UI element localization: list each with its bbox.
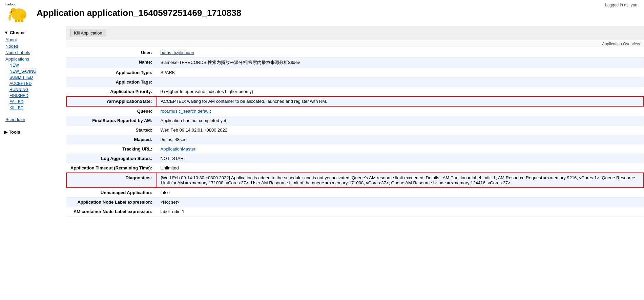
sidebar-item-accepted[interactable]: ACCEPTED [0, 80, 66, 87]
sidebar-item-new[interactable]: NEW [0, 62, 66, 68]
cluster-arrow-icon: ▼ [4, 30, 8, 35]
yarn-state-field-label: YarnApplicationState: [66, 96, 156, 106]
user-field-label: User: [66, 48, 156, 57]
queue-field-label: Queue: [66, 106, 156, 116]
table-row: FinalStatus Reported by AM:Application h… [66, 116, 644, 125]
svg-rect-5 [15, 20, 17, 22]
node-label-expr-field-value: <Not set> [156, 198, 644, 207]
table-row: Queue:root.music_search.default [66, 106, 644, 116]
app-timeout-field-value: Unlimited [156, 163, 644, 173]
overview-header: Application Overview [66, 40, 644, 48]
table-row: Name:Siamese-TFRECORDS|搜索内播放来源分析|搜索内播放来源… [66, 57, 644, 68]
cluster-label: Cluster [10, 30, 25, 35]
sidebar-item-nodes[interactable]: Nodes [0, 43, 66, 49]
svg-point-3 [11, 8, 16, 12]
table-row: Log Aggregation Status:NOT_START [66, 154, 644, 163]
sidebar-item-submitted[interactable]: SUBMITTED [0, 74, 66, 80]
elapsed-field-value: 9mins, 48sec [156, 135, 644, 144]
sidebar-item-about[interactable]: About [0, 37, 66, 43]
final-status-field-label: FinalStatus Reported by AM: [66, 116, 156, 125]
sidebar-item-finished[interactable]: FINISHED [0, 93, 66, 99]
table-row: AM container Node Label expression:label… [66, 207, 644, 216]
node-label-expr-field-label: Application Node Label expression: [66, 198, 156, 207]
table-row: Tracking URL:ApplicationMaster [66, 144, 644, 154]
app-priority-field-value: 0 (Higher Integer value indicates higher… [156, 87, 644, 97]
table-row: Application Type:SPARK [66, 68, 644, 77]
table-row: Diagnostics:[Wed Feb 09 14:10:30 +0800 2… [66, 173, 644, 188]
overview-header-label: Application Overview [602, 42, 640, 46]
diagnostics-field-label: Diagnostics: [66, 173, 156, 188]
sidebar-item-running[interactable]: RUNNING [0, 87, 66, 93]
page-title: Application application_1640597251469_17… [37, 8, 241, 18]
svg-rect-6 [18, 20, 20, 22]
log-agg-field-value: NOT_START [156, 154, 644, 163]
hadoop-logo-icon: hadoop [5, 3, 33, 23]
sidebar-item-applications[interactable]: Applications [0, 56, 66, 62]
svg-point-4 [20, 14, 26, 18]
table-row: Started:Wed Feb 09 14:02:01 +0800 2022 [66, 125, 644, 135]
log-agg-field-label: Log Aggregation Status: [66, 154, 156, 163]
elapsed-field-label: Elapsed: [66, 135, 156, 144]
kill-app-bar: Kill Application [66, 26, 644, 40]
user-field-value[interactable]: bdms_hzjilichuan [156, 48, 644, 57]
app-tags-field-label: Application Tags: [66, 77, 156, 87]
table-row: Elapsed:9mins, 48sec [66, 135, 644, 144]
started-field-value: Wed Feb 09 14:02:01 +0800 2022 [156, 125, 644, 135]
diagnostics-field-value: [Wed Feb 09 14:10:30 +0800 2022] Applica… [156, 173, 644, 188]
kill-application-button[interactable]: Kill Application [70, 29, 106, 37]
table-row: Application Tags: [66, 77, 644, 87]
table-row: Application Priority:0 (Higher Integer v… [66, 87, 644, 97]
tracking-url-field-value[interactable]: ApplicationMaster [156, 144, 644, 154]
main-content: Kill Application Application Overview Us… [66, 26, 644, 296]
name-field-label: Name: [66, 57, 156, 68]
tools-section-header[interactable]: ▶ Tools [0, 128, 66, 136]
final-status-field-value: Application has not completed yet. [156, 116, 644, 125]
table-row: Application Timeout (Remaining Time):Unl… [66, 163, 644, 173]
app-timeout-field-label: Application Timeout (Remaining Time): [66, 163, 156, 173]
layout: ▼ Cluster About Nodes Node Labels Applic… [0, 26, 644, 296]
table-row: YarnApplicationState:ACCEPTED: waiting f… [66, 96, 644, 106]
unmanaged-field-label: Unmanaged Application: [66, 188, 156, 198]
sidebar-item-new-saving[interactable]: NEW_SAVING [0, 68, 66, 74]
queue-field-value[interactable]: root.music_search.default [156, 106, 644, 116]
queue-field-link[interactable]: root.music_search.default [160, 109, 211, 114]
info-table-body: User:bdms_hzjilichuanName:Siamese-TFRECO… [66, 48, 644, 216]
sidebar-item-scheduler[interactable]: Scheduler [0, 116, 66, 123]
sidebar-item-killed[interactable]: KILLED [0, 105, 66, 111]
started-field-label: Started: [66, 125, 156, 135]
tracking-url-field-label: Tracking URL: [66, 144, 156, 154]
sidebar: ▼ Cluster About Nodes Node Labels Applic… [0, 26, 66, 296]
svg-text:hadoop: hadoop [5, 3, 17, 6]
application-info-table: User:bdms_hzjilichuanName:Siamese-TFRECO… [66, 48, 644, 216]
name-field-value: Siamese-TFRECORDS|搜索内播放来源分析|搜索内播放来源分析$$d… [156, 57, 644, 68]
table-row: User:bdms_hzjilichuan [66, 48, 644, 57]
app-priority-field-label: Application Priority: [66, 87, 156, 97]
table-row: Unmanaged Application:false [66, 188, 644, 198]
logged-in-status: Logged in as: yarn [605, 3, 639, 7]
tracking-url-field-link[interactable]: ApplicationMaster [160, 146, 195, 152]
sidebar-item-node-labels[interactable]: Node Labels [0, 49, 66, 56]
app-type-field-label: Application Type: [66, 68, 156, 77]
app-type-field-value: SPARK [156, 68, 644, 77]
am-container-label-field-label: AM container Node Label expression: [66, 207, 156, 216]
top-bar: hadoop Application application_164059725… [0, 0, 644, 26]
svg-rect-7 [21, 20, 23, 22]
sidebar-item-failed[interactable]: FAILED [0, 99, 66, 105]
cluster-section-header[interactable]: ▼ Cluster [0, 29, 66, 37]
unmanaged-field-value: false [156, 188, 644, 198]
yarn-state-field-value: ACCEPTED: waiting for AM container to be… [156, 96, 644, 106]
app-tags-field-value [156, 77, 644, 87]
table-row: Application Node Label expression:<Not s… [66, 198, 644, 207]
tools-label: Tools [9, 130, 20, 135]
user-field-link[interactable]: bdms_hzjilichuan [160, 50, 194, 55]
tools-arrow-icon: ▶ [4, 130, 7, 135]
logo-area: hadoop Application application_164059725… [5, 3, 241, 23]
am-container-label-field-value: label_ndir_1 [156, 207, 644, 216]
